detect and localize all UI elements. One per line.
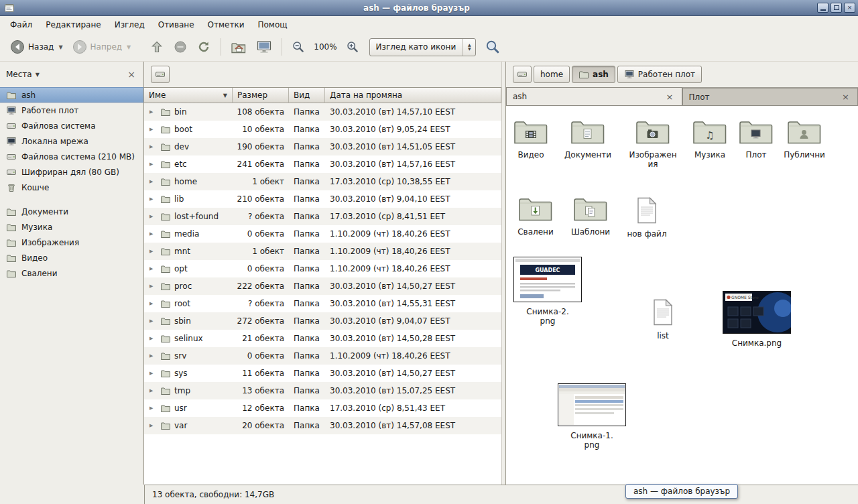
expander-icon[interactable]: ▶ <box>149 214 157 219</box>
icon-item-downloads[interactable]: Свалени <box>510 194 561 237</box>
right-pathbar-button-desktop[interactable]: Работен плот <box>617 66 702 83</box>
zoom-out-button[interactable] <box>287 38 310 56</box>
icon-item-list[interactable]: list <box>644 298 682 340</box>
sidebar-item-downloads[interactable]: Свалени <box>0 265 143 281</box>
file-row-boot[interactable]: ▶boot10 обектаПапка30.03.2010 (вт) 9,05,… <box>144 121 501 138</box>
forward-button[interactable]: Напред ▼ <box>68 37 136 57</box>
expander-icon[interactable]: ▶ <box>149 301 157 306</box>
file-row-lib[interactable]: ▶lib210 обектаПапка30.03.2010 (вт) 9,04,… <box>144 190 501 208</box>
icon-item-desktop[interactable]: Плот <box>737 117 776 160</box>
icon-item-snimka[interactable]: GNOME StoreСнимка.png <box>719 291 794 348</box>
file-row-home[interactable]: ▶home1 обектПапка17.03.2010 (ср) 10,38,5… <box>144 173 501 190</box>
right-pathbar-button-home[interactable]: home <box>534 66 570 83</box>
sidebar-item-encrypted-80[interactable]: Шифриран дял (80 GB) <box>0 164 143 180</box>
tab-ash[interactable]: ash× <box>506 87 682 105</box>
icon-item-documents[interactable]: Документи <box>557 117 619 160</box>
expander-icon[interactable]: ▶ <box>149 318 157 324</box>
reload-button[interactable] <box>192 37 216 57</box>
menu-view[interactable]: Изглед <box>109 18 151 32</box>
sidebar-title[interactable]: Места <box>6 70 32 79</box>
icon-item-snimka-1[interactable]: Снимка-1.png <box>557 383 627 450</box>
sidebar-item-images[interactable]: Изображения <box>0 235 143 250</box>
back-history-dropdown-icon[interactable]: ▼ <box>58 44 62 50</box>
view-mode-select[interactable]: Изглед като икони ▲▼ <box>369 38 477 56</box>
icon-item-snimka-2[interactable]: GUADECСнимка-2.png <box>513 257 583 326</box>
file-row-sys[interactable]: ▶sys11 обектаПапка30.03.2010 (вт) 14,50,… <box>144 365 501 382</box>
zoom-in-button[interactable] <box>341 38 364 56</box>
search-button[interactable] <box>483 37 503 57</box>
pane-splitter[interactable] <box>501 62 506 485</box>
left-pathbar-button-root[interactable] <box>151 66 170 83</box>
minimize-button[interactable] <box>817 3 829 13</box>
sidebar-item-ash[interactable]: ash <box>0 87 143 103</box>
sidebar-item-desktop[interactable]: Работен плот <box>0 103 143 118</box>
sidebar-item-filesystem-210[interactable]: Файлова система (210 MB) <box>0 149 143 164</box>
file-row-opt[interactable]: ▶opt0 обектаПапка1.10.2009 (чт) 18,40,26… <box>144 260 501 277</box>
expander-icon[interactable]: ▶ <box>149 162 157 167</box>
tab-plot[interactable]: Плот× <box>682 88 858 105</box>
icon-item-templates[interactable]: Шаблони <box>564 194 617 237</box>
column-header-0[interactable]: Име▼ <box>144 88 233 103</box>
sidebar-item-video[interactable]: Видео <box>0 250 143 265</box>
file-row-selinux[interactable]: ▶selinux21 обектаПапка30.03.2010 (вт) 14… <box>144 330 501 347</box>
file-row-proc[interactable]: ▶proc222 обектаПапка30.03.2010 (вт) 14,5… <box>144 277 501 295</box>
menu-go[interactable]: Отиване <box>152 18 200 32</box>
file-row-srv[interactable]: ▶srv0 обектаПапка1.10.2009 (чт) 18,40,26… <box>144 347 501 365</box>
sidebar-close-button[interactable]: × <box>125 69 137 80</box>
file-row-lost+found[interactable]: ▶lost+found? обектаПапка17.03.2010 (ср) … <box>144 208 501 225</box>
menu-edit[interactable]: Редактиране <box>40 18 107 32</box>
sidebar-item-filesystem[interactable]: Файлова система <box>0 118 143 133</box>
expander-icon[interactable]: ▶ <box>149 144 157 149</box>
expander-icon[interactable]: ▶ <box>149 284 157 289</box>
file-row-dev[interactable]: ▶dev190 обектаПапка30.03.2010 (вт) 14,51… <box>144 138 501 155</box>
file-row-mnt[interactable]: ▶mnt1 обектПапка1.10.2009 (чт) 18,40,26 … <box>144 243 501 260</box>
up-button[interactable] <box>145 37 169 57</box>
column-header-1[interactable]: Размер <box>233 88 289 103</box>
expander-icon[interactable]: ▶ <box>149 249 157 254</box>
expander-icon[interactable]: ▶ <box>149 371 157 376</box>
menu-help[interactable]: Помощ <box>252 18 294 32</box>
expander-icon[interactable]: ▶ <box>149 109 157 115</box>
home-button[interactable] <box>226 37 251 57</box>
file-row-media[interactable]: ▶media0 обектаПапка1.10.2009 (чт) 18,40,… <box>144 225 501 243</box>
file-row-root[interactable]: ▶root? обектаПапка30.03.2010 (вт) 14,55,… <box>144 295 501 312</box>
expander-icon[interactable]: ▶ <box>149 127 157 132</box>
forward-history-dropdown-icon[interactable]: ▼ <box>127 44 131 50</box>
expander-icon[interactable]: ▶ <box>149 336 157 341</box>
stop-button[interactable] <box>169 38 192 56</box>
icon-item-new-file[interactable]: нов файл <box>623 196 671 239</box>
icon-item-video[interactable]: Видео <box>509 117 553 160</box>
close-button[interactable]: × <box>844 3 855 13</box>
file-row-sbin[interactable]: ▶sbin272 обектаПапка30.03.2010 (вт) 9,04… <box>144 312 501 330</box>
file-row-var[interactable]: ▶var20 обектаПапка30.03.2010 (вт) 14,57,… <box>144 417 501 434</box>
computer-button[interactable] <box>251 37 277 57</box>
expander-icon[interactable]: ▶ <box>149 179 157 184</box>
back-button[interactable]: Назад ▼ <box>5 37 68 57</box>
tab-close-icon[interactable]: × <box>840 92 851 101</box>
right-pathbar-button-root[interactable] <box>513 66 532 83</box>
sidebar-title-dropdown-icon[interactable]: ▼ <box>36 72 40 78</box>
right-pathbar-button-ash[interactable]: ash <box>572 66 615 83</box>
tab-close-icon[interactable]: × <box>664 92 676 101</box>
expander-icon[interactable]: ▶ <box>149 266 157 271</box>
column-header-3[interactable]: Дата на промяна <box>325 88 501 103</box>
expander-icon[interactable]: ▶ <box>149 388 157 393</box>
sidebar-item-local-network[interactable]: Локална мрежа <box>0 133 143 149</box>
expander-icon[interactable]: ▶ <box>149 423 157 428</box>
file-row-tmp[interactable]: ▶tmp13 обектаПапка30.03.2010 (вт) 15,07,… <box>144 382 501 399</box>
menu-file[interactable]: Файл <box>4 18 38 32</box>
expander-icon[interactable]: ▶ <box>149 405 157 411</box>
menu-bookmarks[interactable]: Отметки <box>202 18 251 32</box>
expander-icon[interactable]: ▶ <box>149 353 157 359</box>
icon-item-public[interactable]: Публични <box>776 117 833 160</box>
icon-item-images[interactable]: Изображения <box>627 117 679 169</box>
maximize-button[interactable] <box>831 3 842 13</box>
column-header-2[interactable]: Вид <box>289 88 325 103</box>
icon-item-music[interactable]: ♫Музика <box>684 117 735 160</box>
sidebar-item-documents[interactable]: Документи <box>0 204 143 219</box>
file-row-etc[interactable]: ▶etc241 обектаПапка30.03.2010 (вт) 14,57… <box>144 155 501 173</box>
expander-icon[interactable]: ▶ <box>149 196 157 202</box>
expander-icon[interactable]: ▶ <box>149 231 157 237</box>
file-row-bin[interactable]: ▶bin108 обектаПапка30.03.2010 (вт) 14,57… <box>144 103 501 121</box>
sidebar-item-trash[interactable]: Кошче <box>0 180 143 195</box>
